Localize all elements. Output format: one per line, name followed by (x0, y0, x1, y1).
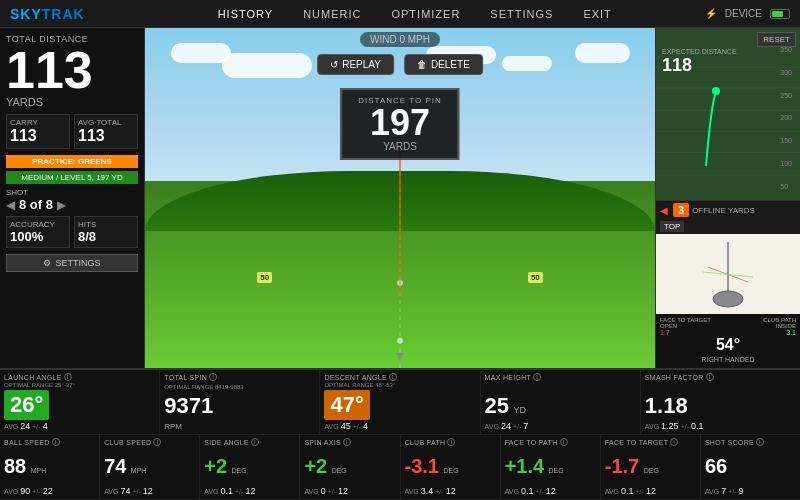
settings-label: SETTINGS (55, 258, 100, 268)
arrow-left-icon: ◀ (660, 205, 668, 216)
club-path-value: -3.1 (405, 455, 439, 477)
cloud2 (222, 53, 312, 78)
ball-speed-value: 88 (4, 455, 26, 477)
face-to-path-label: FACE TO PATH (505, 439, 558, 446)
side-angle-avg: AVG 0.1 +/- 12 (204, 486, 295, 496)
club-speed-label: CLUB SPEED (104, 439, 151, 446)
smash-pm: +/- (681, 423, 689, 430)
stat-max-height: MAX HEIGHT i 25 YD AVG 24 +/- 7 (481, 370, 641, 434)
stats-row-1: LAUNCH ANGLE i OPTIMAL RANGE 25°-37° 26°… (0, 370, 800, 435)
max-height-info[interactable]: i (533, 373, 541, 381)
nav-numeric[interactable]: NUMERIC (303, 8, 361, 20)
total-distance-value: 113 (6, 44, 138, 96)
launch-angle-info[interactable]: i (64, 373, 72, 381)
expected-dist-value: 118 (662, 55, 737, 76)
descent-value: 47° (324, 390, 369, 420)
left-panel: TOTAL DISTANCE 113 YARDS CARRY 113 AVG T… (0, 28, 145, 368)
cloud5 (575, 43, 630, 63)
cloud4 (502, 56, 552, 71)
shot-nav: ◀ 8 of 8 ▶ (6, 197, 66, 212)
accuracy-value: 100% (10, 229, 66, 244)
delete-button[interactable]: 🗑 DELETE (404, 54, 483, 75)
shot-score-header: SHOT SCORE i (705, 438, 796, 446)
shot-row: SHOT ◀ 8 of 8 ▶ (6, 188, 138, 212)
settings-button[interactable]: ⚙ SETTINGS (6, 254, 138, 272)
spin-axis-value: +2 (304, 455, 327, 477)
shot-score-label: SHOT SCORE (705, 439, 754, 446)
launch-optimal: OPTIMAL RANGE 25°-37° (4, 382, 155, 388)
stat-ball-speed: BALL SPEED i 88 MPH AVG 90 +/- 22 (0, 435, 100, 499)
wind-indicator: WIND 0 MPH (360, 32, 440, 47)
spin-axis-info[interactable]: i (343, 438, 351, 446)
stat-shot-score: SHOT SCORE i 66 AVG 7 +/- 9 (701, 435, 800, 499)
club-path-avg: AVG 3.4 +/- 12 (405, 486, 496, 496)
right-handed-label: RIGHT HANDED (660, 354, 796, 365)
descent-pm: +/- (353, 423, 361, 430)
total-spin-info[interactable]: i (209, 373, 217, 381)
carry-box: CARRY 113 (6, 114, 70, 149)
svg-point-11 (713, 291, 743, 307)
replay-icon: ↺ (330, 59, 338, 70)
club-view (656, 234, 800, 314)
smash-info[interactable]: i (706, 373, 714, 381)
side-angle-info[interactable]: i (251, 438, 259, 446)
reset-button[interactable]: RESET (757, 32, 796, 47)
nav-exit[interactable]: EXIT (583, 8, 611, 20)
yard-marker-left: 50 (257, 272, 272, 283)
launch-value: 26° (4, 390, 49, 420)
replay-button[interactable]: ↺ REPLAY (317, 54, 394, 75)
shot-prev[interactable]: ◀ (6, 198, 15, 212)
face-value: 1.7 (660, 329, 711, 336)
club-top-bar: TOP (656, 219, 800, 234)
top-selector[interactable]: TOP (660, 221, 684, 232)
bottom-stats: LAUNCH ANGLE i OPTIMAL RANGE 25°-37° 26°… (0, 368, 800, 500)
stat-face-to-path: FACE TO PATH i +1.4 DEG AVG 0.1 +/- 12 (501, 435, 601, 499)
face-path-row: FACE TO TARGET OPEN 1.7 CLUB PATH INSIDE… (660, 317, 796, 336)
expected-dist-label: EXPECTED DISTANCE (662, 48, 737, 55)
club-speed-info[interactable]: i (153, 438, 161, 446)
nav-history[interactable]: HISTORY (218, 8, 274, 20)
ball-speed-info[interactable]: i (52, 438, 60, 446)
main-area: TOTAL DISTANCE 113 YARDS CARRY 113 AVG T… (0, 28, 800, 368)
spin-axis-header: SPIN AXIS i (304, 438, 395, 446)
height-avg: AVG 24 +/- 7 (485, 421, 636, 431)
height-pm-val: 7 (523, 421, 528, 431)
descent-optimal: OPTIMAL RANGE 48°-53° (324, 382, 475, 388)
total-spin-header: TOTAL SPIN i (164, 373, 315, 381)
battery-indicator (770, 9, 790, 19)
max-height-label: MAX HEIGHT (485, 374, 532, 381)
svg-point-9 (712, 87, 720, 95)
club-path-label: CLUB PATH (405, 439, 446, 446)
shot-label: SHOT (6, 188, 66, 197)
face-to-path-info[interactable]: i (560, 438, 568, 446)
wind-label: WIND 0 MPH (370, 34, 430, 45)
launch-angle-label: LAUNCH ANGLE (4, 374, 62, 381)
shot-score-avg: AVG 7 +/- 9 (705, 486, 796, 496)
club-speed-avg: AVG 74 +/- 12 (104, 486, 195, 496)
smash-avg: AVG 1.25 +/- 0.1 (645, 421, 796, 431)
face-to-target-info[interactable]: i (670, 438, 678, 446)
shot-value: 8 of 8 (19, 197, 53, 212)
avg-total-label: AVG TOTAL (78, 118, 134, 127)
hits-value: 8/8 (78, 229, 134, 244)
offline-indicator: ◀ 3 OFFLINE YARDS (656, 200, 800, 219)
club-path-info[interactable]: i (447, 438, 455, 446)
club-path-header: CLUB PATH i (405, 438, 496, 446)
nav-optimizer[interactable]: OPTIMIZER (391, 8, 460, 20)
stat-club-path: CLUB PATH i -3.1 DEG AVG 3.4 +/- 12 (401, 435, 501, 499)
carry-label: CARRY (10, 118, 66, 127)
smash-label: SMASH FACTOR (645, 374, 704, 381)
offline-number: 3 (673, 203, 689, 217)
face-to-target-label: FACE TO TARGET (605, 439, 669, 446)
carry-total-row: CARRY 113 AVG TOTAL 113 (6, 114, 138, 149)
gear-icon: ⚙ (43, 258, 51, 268)
stat-club-speed: CLUB SPEED i 74 MPH AVG 74 +/- 12 (100, 435, 200, 499)
descent-info[interactable]: i (389, 373, 397, 381)
nav-settings[interactable]: SETTINGS (490, 8, 553, 20)
logo: SKYTRAK (10, 6, 85, 22)
shot-score-info[interactable]: i (756, 438, 764, 446)
spin-axis-label: SPIN AXIS (304, 439, 341, 446)
stat-face-to-target: FACE TO TARGET i -1.7 DEG AVG 0.1 +/- 12 (601, 435, 701, 499)
face-to-target-header: FACE TO TARGET i (605, 438, 696, 446)
shot-next[interactable]: ▶ (57, 198, 66, 212)
